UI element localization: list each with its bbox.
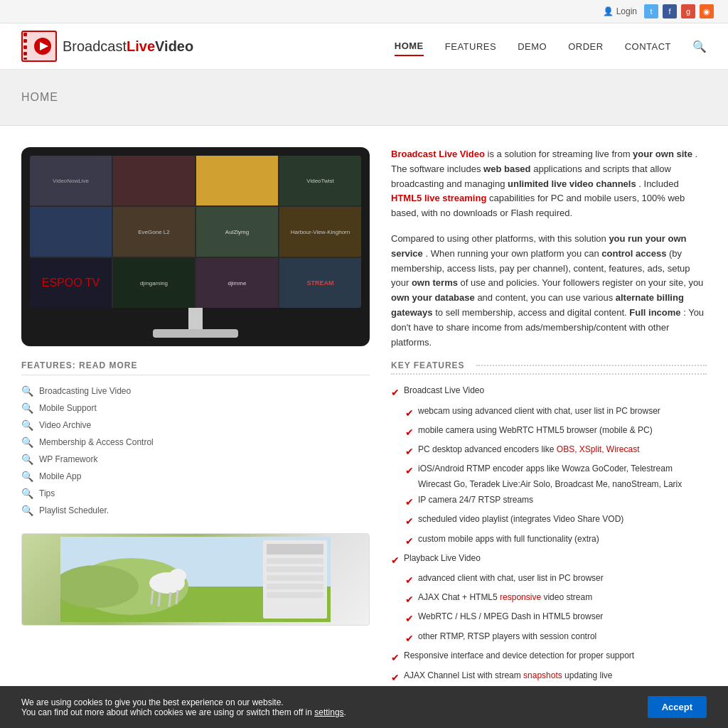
intro-unlimited: unlimited live video channels [508,178,636,189]
feature-item-8[interactable]: 🔍 Playlist Scheduler. [21,502,370,519]
feature-item-4[interactable]: 🔍 Membership & Access Control [21,434,370,451]
facebook-icon[interactable]: f [663,4,677,18]
check-icon-15: ✔ [391,669,400,687]
nav-demo[interactable]: DEMO [518,38,547,55]
logo[interactable]: BroadcastLiveVideo [21,31,193,62]
svg-line-15 [151,590,153,604]
left-column: VideoNowLive VideoTwist EveGone L2 AulZl… [21,147,370,708]
kf-responsive: ✔ Responsive interface and device detect… [391,648,707,667]
feature-item-5[interactable]: 🔍 WP Framework [21,451,370,468]
page-title: HOME [21,91,707,104]
feature-item-1[interactable]: 🔍 Broadcasting Live Video [21,382,370,400]
kf-scheduled: ✔ scheduled video playlist (integrates V… [405,512,707,530]
login-area[interactable]: 👤 Login [603,6,637,16]
video-thumb-5 [30,207,112,257]
intro-paragraph-2: Compared to using other platforms, with … [391,232,707,350]
search-icon-8: 🔍 [21,505,33,516]
video-thumb-4: VideoTwist [279,156,361,205]
search-icon[interactable]: 🔍 [692,40,707,53]
main-content: VideoNowLive VideoTwist EveGone L2 AulZl… [0,126,728,728]
social-icons: t f g ◉ [644,4,714,18]
svg-line-17 [169,592,171,606]
check-icon-2: ✔ [405,405,414,422]
kf-playback-label: Playback Live Video [404,551,481,567]
video-thumb-11: djimme [196,258,278,308]
nav-contact[interactable]: CONTACT [625,38,671,55]
cookie-text: We are using cookies to give you the bes… [21,697,633,717]
check-icon-12: ✔ [405,610,414,628]
cookie-settings-link[interactable]: settings [314,707,343,717]
feature-label-1: Broadcasting Live Video [39,386,131,396]
video-thumb-3 [196,156,278,205]
video-thumb-10: djmgaming [113,258,195,308]
feature-label-5: WP Framework [39,454,97,464]
check-icon-1: ✔ [391,384,400,402]
feature-item-3[interactable]: 🔍 Video Archive [21,417,370,434]
cookie-bar: We are using cookies to give you the bes… [0,686,728,728]
video-thumb-1: VideoNowLive [30,156,112,205]
twitter-icon[interactable]: t [644,4,658,18]
kf-ios-android: ✔ iOS/Android RTMP encoder apps like Wow… [405,461,707,492]
features-section: FEATURES: READ MORE 🔍 Broadcasting Live … [21,360,370,519]
rss-icon[interactable]: ◉ [700,4,714,18]
login-label[interactable]: Login [616,6,637,16]
intro-html5: HTML5 live streaming [391,193,486,203]
top-bar: 👤 Login t f g ◉ [0,0,728,23]
feature-item-6[interactable]: 🔍 Mobile App [21,468,370,485]
kf-mobile-camera: ✔ mobile camera using WebRTC HTML5 brows… [405,423,707,441]
svg-rect-22 [267,567,323,572]
check-icon-7: ✔ [405,513,414,530]
search-icon-5: 🔍 [21,454,33,465]
feature-item-2[interactable]: 🔍 Mobile Support [21,400,370,417]
monitor-stand [30,308,361,338]
svg-rect-3 [23,39,27,43]
nav-features[interactable]: FEATURES [445,38,496,55]
svg-line-18 [176,590,178,604]
feature-label-4: Membership & Access Control [39,437,154,447]
key-features-divider [476,365,707,366]
second-screenshot [21,533,370,626]
check-icon-13: ✔ [405,630,414,648]
kf-mobile-apps: ✔ custom mobile apps with full functiona… [405,532,707,550]
svg-rect-5 [23,52,27,55]
check-icon-3: ✔ [405,424,414,441]
video-thumb-2 [113,156,195,205]
nav-order[interactable]: ORDER [568,38,603,55]
kf-broadcast: ✔ Broadcast Live Video [391,383,707,402]
check-icon-5: ✔ [405,462,414,480]
accept-button[interactable]: Accept [648,696,707,718]
nav-home[interactable]: HOME [395,37,424,56]
svg-rect-24 [267,584,323,589]
logo-text: BroadcastLiveVideo [63,38,193,55]
header: BroadcastLiveVideo HOME FEATURES DEMO OR… [0,23,728,70]
intro-brand: Broadcast Live Video [391,149,485,159]
feature-label-6: Mobile App [39,471,81,481]
check-icon-6: ✔ [405,493,414,511]
check-icon-14: ✔ [391,649,400,667]
check-icon-8: ✔ [405,532,414,550]
right-column: Broadcast Live Video is a solution for s… [391,147,707,708]
feature-label-8: Playlist Scheduler. [39,505,109,515]
kf-playback-subitems: ✔ advanced client with chat, user list i… [405,571,707,648]
cookie-line2: You can find out more about which cookie… [21,707,314,717]
intro-own-site: your own site [633,149,692,159]
screenshot-svg [60,537,331,622]
video-thumb-9: ESPOO TV [30,258,112,308]
intro-own-db: own your database [391,292,475,303]
search-icon-1: 🔍 [21,385,33,397]
kf-ajax-channel: ✔ AJAX Channel List with stream snapshot… [391,668,707,687]
svg-rect-20 [267,544,323,555]
svg-rect-2 [23,33,27,36]
svg-line-16 [159,592,160,606]
user-icon: 👤 [603,6,614,16]
features-read-more-title: FEATURES: READ MORE [21,360,370,375]
monitor-screen: VideoNowLive VideoTwist EveGone L2 AulZl… [30,156,361,308]
feature-item-7[interactable]: 🔍 Tips [21,485,370,502]
intro-full-income: Full income [629,307,680,318]
kf-other-rtmp: ✔ other RTMP, RTSP players with session … [405,629,707,648]
page-title-bar: HOME [0,70,728,126]
google-plus-icon[interactable]: g [681,4,695,18]
check-icon-4: ✔ [405,443,414,461]
kf-webcam: ✔ webcam using advanced client with chat… [405,404,707,422]
intro-control-access: control access [601,248,666,259]
